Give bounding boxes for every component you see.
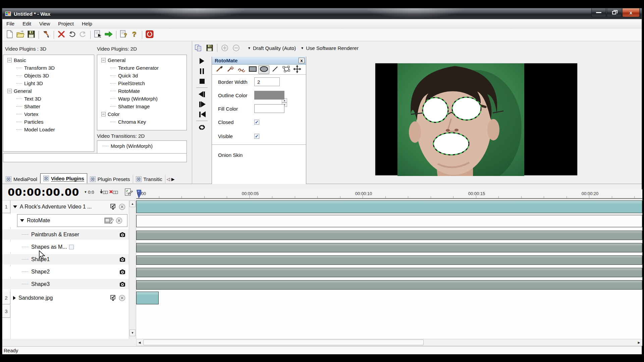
horizontal-scrollbar[interactable]: ◀ ▶	[136, 339, 642, 346]
plugins2d-item-chroma-key[interactable]: Chroma Key	[97, 118, 186, 126]
visible-checkbox[interactable]: ✓	[254, 134, 259, 139]
add-track-button[interactable]	[100, 188, 108, 196]
tab-scroll-right-icon[interactable]: ▶	[171, 177, 176, 182]
outline-color-swatch[interactable]	[254, 91, 284, 100]
camera-icon[interactable]	[119, 269, 125, 275]
plugins2d-item-quick-3d[interactable]: Quick 3d	[97, 72, 186, 79]
plugins2d-item-shatter-image[interactable]: Shatter Image	[97, 103, 186, 110]
clip-sandstone[interactable]	[136, 292, 159, 304]
closed-checkbox[interactable]: ✓	[254, 120, 259, 125]
collapse-icon[interactable]	[101, 112, 106, 116]
clip-shape1[interactable]	[136, 255, 642, 265]
collapse-icon[interactable]	[7, 89, 12, 93]
plugins3d-item-text-3d[interactable]: Text 3D	[3, 95, 94, 103]
transition-item-morph-winmorph-[interactable]: Morph (WinMorph)	[97, 142, 186, 150]
plugins3d-item-vortex[interactable]: Vortex	[3, 110, 94, 118]
menu-view[interactable]: View	[35, 19, 54, 28]
track-row-shapes-as-m-[interactable]: Shapes as M...	[2, 242, 129, 252]
scroll-left-icon[interactable]: ◀	[137, 340, 143, 345]
eraser-tool-button[interactable]	[225, 65, 236, 74]
editor-icon[interactable]	[104, 217, 114, 224]
renderer-dropdown[interactable]: Use Software Renderer	[306, 45, 359, 51]
plugins3d-item-light-3d[interactable]: Light 3D	[3, 79, 94, 87]
plugins3d-item-particles[interactable]: Particles	[3, 118, 94, 126]
track-row-shape3[interactable]: Shape3	[2, 279, 129, 289]
hscroll-thumb[interactable]	[143, 340, 424, 345]
render-preview-button[interactable]	[93, 30, 103, 40]
move-tool-button[interactable]	[291, 65, 303, 74]
plugins3d-group-general[interactable]: General	[3, 87, 94, 95]
video-preview-canvas[interactable]	[375, 63, 578, 176]
tab-scroll-left-icon[interactable]: ◁	[167, 177, 171, 182]
track-row-rotomate[interactable]: RotoMate	[2, 214, 129, 227]
delete-button[interactable]	[56, 30, 66, 40]
new-document-button[interactable]	[5, 30, 15, 40]
paintbrush-tool-button[interactable]	[214, 65, 225, 74]
delete-track-button[interactable]	[109, 188, 118, 196]
fill-color-swatch[interactable]	[254, 104, 284, 113]
timeline-ruler[interactable]: 0:0000:00:0500:00:1000:00:1500:00:20	[136, 189, 642, 199]
clip-shape3[interactable]	[136, 280, 642, 290]
record-button[interactable]	[145, 30, 155, 40]
plugins3d-item-transform-3d[interactable]: Transform 3D	[3, 64, 94, 72]
menu-help[interactable]: Help	[78, 19, 96, 28]
scroll-up-icon[interactable]: ▲	[129, 200, 136, 207]
menu-file[interactable]: File	[2, 19, 18, 28]
menu-edit[interactable]: Edit	[18, 19, 35, 28]
tools-hammer-button[interactable]	[41, 30, 51, 40]
quality-dropdown[interactable]: Draft Quality (Auto)	[253, 45, 296, 51]
plugins2d-item-pixelstretch[interactable]: PixelStretch	[97, 79, 186, 87]
tab-mediapool[interactable]: MediaPool	[3, 175, 40, 183]
play-button[interactable]	[196, 57, 208, 65]
maximize-button[interactable]	[607, 8, 622, 17]
step-back-button[interactable]	[196, 90, 208, 99]
tab-plugin-presets[interactable]: Plugin Presets	[87, 175, 133, 183]
border-width-input[interactable]: 2	[254, 77, 280, 86]
plugins2d-group-color[interactable]: Color	[97, 110, 186, 118]
polygon-tool-button[interactable]	[280, 65, 291, 74]
help-button[interactable]: ?	[129, 30, 140, 40]
clip-video1[interactable]	[136, 200, 642, 213]
remove-icon[interactable]	[119, 203, 125, 210]
plugins3d-item-objects-3d[interactable]: Objects 3D	[3, 72, 94, 79]
quality-dropdown-arrow[interactable]: ▼	[248, 46, 251, 50]
vertical-scrollbar[interactable]: ▲ ▼	[129, 200, 136, 339]
tab-transitic[interactable]: Transitic	[133, 175, 165, 183]
scroll-down-icon[interactable]: ▼	[129, 329, 136, 336]
go-start-button[interactable]	[196, 110, 208, 119]
save-button[interactable]	[26, 30, 36, 40]
camera-icon[interactable]	[119, 257, 125, 262]
undo-button[interactable]	[67, 30, 77, 40]
remove-icon[interactable]	[116, 217, 122, 224]
zoom-in-icon[interactable]	[220, 44, 229, 52]
camera-icon[interactable]	[119, 232, 125, 237]
plugins2d-item-warp-winmorph-[interactable]: Warp (WinMorph)	[97, 95, 186, 103]
menu-project[interactable]: Project	[54, 19, 78, 28]
remove-icon[interactable]	[119, 295, 125, 301]
line-tool-button[interactable]	[269, 65, 280, 74]
close-button[interactable]: x	[622, 8, 640, 17]
clip-shapesmask[interactable]	[136, 243, 642, 252]
step-forward-button[interactable]	[196, 100, 208, 109]
track-row-a-rock-s-adventure-video-1-[interactable]: 1A Rock's Adventure Video 1 ...	[2, 200, 129, 213]
help-topics-button[interactable]: ?	[119, 30, 129, 40]
edit-properties-button[interactable]	[124, 188, 133, 196]
minimize-button[interactable]	[591, 8, 606, 17]
collapse-icon[interactable]	[7, 58, 12, 62]
track-row-sandstone-jpg[interactable]: 2Sandstone.jpg	[2, 292, 129, 304]
enable-icon[interactable]	[110, 203, 117, 210]
loop-button[interactable]	[196, 123, 208, 132]
track-row-paintbrush-eraser[interactable]: Paintbrush & Eraser	[2, 229, 129, 240]
camera-icon[interactable]	[119, 282, 125, 287]
collapse-icon[interactable]	[101, 58, 106, 62]
collapse-arrow-icon[interactable]	[20, 219, 24, 222]
open-folder-button[interactable]	[15, 30, 25, 40]
stop-button[interactable]	[196, 77, 208, 85]
run-arrow-button[interactable]	[104, 30, 114, 40]
rotomate-close-button[interactable]: x	[299, 58, 305, 63]
save-preview-button[interactable]	[205, 44, 214, 52]
plugins3d-group-basic[interactable]: Basic	[3, 56, 94, 64]
zoom-out-icon[interactable]	[231, 44, 241, 52]
clip-shape2[interactable]	[136, 268, 642, 277]
collapse-arrow-icon[interactable]	[13, 205, 17, 208]
